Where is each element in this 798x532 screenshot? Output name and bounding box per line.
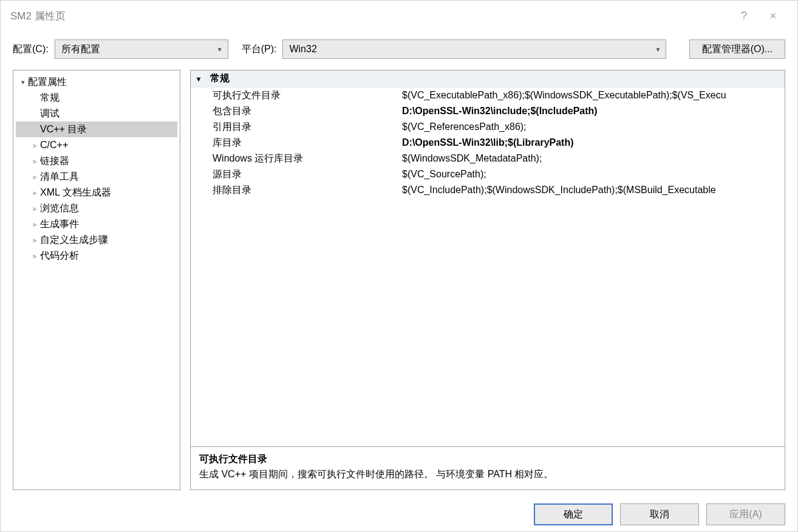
grid-row-value: $(WindowsSDK_MetadataPath);: [402, 153, 785, 164]
tree-item-label: VC++ 目录: [40, 123, 87, 136]
caret-right-icon: ▹: [30, 220, 40, 228]
tree-item-label: 浏览信息: [40, 202, 79, 215]
tree-item[interactable]: ▹浏览信息: [16, 200, 177, 216]
grid-row[interactable]: 包含目录D:\OpenSSL-Win32\include;$(IncludePa…: [191, 103, 785, 119]
ok-button[interactable]: 确定: [534, 503, 613, 525]
platform-combo-value: Win32: [289, 44, 316, 55]
config-combo[interactable]: 所有配置 ▼: [55, 39, 228, 59]
grid-row-key: 库目录: [191, 137, 402, 149]
titlebar: SM2 属性页 ? ×: [1, 1, 797, 31]
platform-combo[interactable]: Win32 ▼: [282, 39, 666, 59]
tree-item-label: C/C++: [40, 140, 68, 151]
chevron-down-icon: ▼: [217, 46, 223, 53]
help-button[interactable]: ?: [729, 10, 759, 22]
grid-row[interactable]: 库目录D:\OpenSSL-Win32\lib;$(LibraryPath): [191, 135, 785, 151]
grid-row-key: Windows 运行库目录: [191, 152, 402, 165]
grid-section-label: 常规: [210, 72, 230, 85]
grid-row-key: 可执行文件目录: [191, 89, 402, 102]
grid-row[interactable]: 可执行文件目录$(VC_ExecutablePath_x86);$(Window…: [191, 87, 785, 103]
grid-row-value: $(VC_IncludePath);$(WindowsSDK_IncludePa…: [402, 185, 785, 196]
close-button[interactable]: ×: [759, 10, 788, 22]
description-title: 可执行文件目录: [199, 453, 776, 466]
grid-row-value: $(VC_ReferencesPath_x86);: [402, 121, 785, 132]
tree-item-label: 生成事件: [40, 218, 79, 231]
caret-down-icon: ▾: [18, 78, 28, 86]
tree-panel: ▾ 配置属性 ▹常规▹调试▹VC++ 目录▹C/C++▹链接器▹清单工具▹XML…: [13, 70, 180, 490]
config-manager-label: 配置管理器(O)...: [702, 43, 772, 56]
property-grid-panel: ▾ 常规 可执行文件目录$(VC_ExecutablePath_x86);$(W…: [190, 70, 785, 490]
apply-button[interactable]: 应用(A): [706, 503, 785, 525]
caret-right-icon: ▹: [30, 157, 40, 165]
apply-label: 应用(A): [729, 508, 762, 521]
grid-row-value: D:\OpenSSL-Win32\include;$(IncludePath): [402, 106, 785, 117]
grid-row-key: 排除目录: [191, 184, 402, 197]
grid-row-key: 引用目录: [191, 121, 402, 134]
config-manager-button[interactable]: 配置管理器(O)...: [689, 39, 785, 59]
tree-item[interactable]: ▹VC++ 目录: [16, 121, 177, 137]
caret-right-icon: ▹: [30, 236, 40, 244]
config-combo-value: 所有配置: [61, 43, 100, 56]
tree-item[interactable]: ▹链接器: [16, 153, 177, 169]
tree-item-label: 调试: [40, 107, 60, 120]
tree-item-label: 链接器: [40, 155, 69, 168]
grid-row-key: 源目录: [191, 168, 402, 181]
tree-item[interactable]: ▹生成事件: [16, 216, 177, 232]
grid-row[interactable]: 排除目录$(VC_IncludePath);$(WindowsSDK_Inclu…: [191, 182, 785, 198]
tree-item[interactable]: ▹常规: [16, 90, 177, 106]
cancel-button[interactable]: 取消: [620, 503, 699, 525]
tree-item-label: 清单工具: [40, 171, 79, 183]
tree-item-label: 自定义生成步骤: [40, 234, 108, 247]
caret-right-icon: ▹: [30, 252, 40, 260]
tree-item[interactable]: ▹XML 文档生成器: [16, 185, 177, 200]
caret-right-icon: ▹: [30, 142, 40, 149]
toolbar: 配置(C): 所有配置 ▼ 平台(P): Win32 ▼ 配置管理器(O)...: [1, 31, 797, 70]
tree-item[interactable]: ▹调试: [16, 106, 177, 121]
tree-root-label: 配置属性: [28, 76, 67, 89]
grid-row[interactable]: Windows 运行库目录$(WindowsSDK_MetadataPath);: [191, 151, 785, 166]
caret-right-icon: ▹: [30, 189, 40, 197]
tree-item-label: 常规: [40, 92, 60, 104]
ok-label: 确定: [564, 508, 583, 521]
tree-item[interactable]: ▹代码分析: [16, 248, 177, 264]
chevron-down-icon: ▼: [655, 46, 661, 53]
grid-row[interactable]: 源目录$(VC_SourcePath);: [191, 166, 785, 182]
body: ▾ 配置属性 ▹常规▹调试▹VC++ 目录▹C/C++▹链接器▹清单工具▹XML…: [1, 70, 797, 497]
platform-label: 平台(P):: [242, 43, 277, 56]
grid-row-key: 包含目录: [191, 105, 402, 118]
tree-item-label: 代码分析: [40, 250, 79, 262]
grid-row-value: $(VC_SourcePath);: [402, 169, 785, 180]
caret-right-icon: ▹: [30, 205, 40, 213]
tree-root[interactable]: ▾ 配置属性: [16, 74, 177, 90]
tree-item[interactable]: ▹自定义生成步骤: [16, 232, 177, 248]
grid-row-value: D:\OpenSSL-Win32\lib;$(LibraryPath): [402, 137, 785, 148]
chevron-down-icon: ▾: [197, 75, 210, 83]
config-label: 配置(C):: [13, 43, 49, 56]
tree-item[interactable]: ▹C/C++: [16, 137, 177, 153]
tree-item[interactable]: ▹清单工具: [16, 169, 177, 185]
grid-row-value: $(VC_ExecutablePath_x86);$(WindowsSDK_Ex…: [402, 90, 785, 101]
description-text: 生成 VC++ 项目期间，搜索可执行文件时使用的路径。 与环境变量 PATH 相…: [199, 468, 776, 481]
cancel-label: 取消: [650, 508, 669, 521]
caret-right-icon: ▹: [30, 173, 40, 181]
grid-row[interactable]: 引用目录$(VC_ReferencesPath_x86);: [191, 119, 785, 135]
footer: 确定 取消 应用(A): [1, 497, 797, 531]
window-title: SM2 属性页: [10, 9, 729, 23]
description-panel: 可执行文件目录 生成 VC++ 项目期间，搜索可执行文件时使用的路径。 与环境变…: [191, 446, 785, 489]
property-page-window: SM2 属性页 ? × 配置(C): 所有配置 ▼ 平台(P): Win32 ▼…: [0, 0, 798, 532]
grid-section-header[interactable]: ▾ 常规: [191, 70, 785, 87]
property-grid: ▾ 常规 可执行文件目录$(VC_ExecutablePath_x86);$(W…: [191, 70, 785, 446]
tree-item-label: XML 文档生成器: [40, 186, 111, 199]
